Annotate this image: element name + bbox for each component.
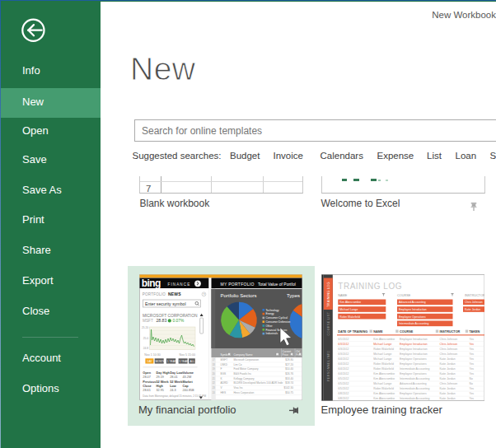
svg-text:Employee Introduction: Employee Introduction: [400, 343, 428, 346]
svg-text:Employee Operations: Employee Operations: [400, 372, 427, 376]
svg-text:$10.40: $10.40: [285, 367, 293, 371]
svg-text:Nov 1 10:30: Nov 1 10:30: [144, 353, 160, 357]
svg-text:Chris Johnson: Chris Johnson: [439, 382, 457, 385]
svg-text:?: ?: [203, 293, 204, 296]
svg-text:Katie Jordan: Katie Jordan: [439, 387, 455, 390]
svg-text:$26.76: $26.76: [285, 372, 293, 376]
svg-text:Low: Low: [170, 385, 176, 388]
svg-text:TRAINING LOG: TRAINING LOG: [327, 282, 330, 307]
svg-text:$28.80: $28.80: [285, 358, 293, 362]
svg-text:bing: bing: [142, 278, 161, 289]
svg-text:Robin Wakefield: Robin Wakefield: [339, 315, 360, 319]
svg-text:High: High: [156, 385, 163, 388]
svg-text:DAY: DAY: [147, 360, 152, 363]
svg-text:No: No: [469, 382, 472, 385]
svg-text:DATE OF TRAINING: DATE OF TRAINING: [338, 330, 367, 334]
svg-text:Employee Operations: Employee Operations: [400, 362, 427, 366]
svg-text:Chris Johnson: Chris Johnson: [439, 338, 457, 341]
svg-text:28.83: 28.83: [156, 318, 166, 323]
svg-text:25.0: 25.0: [143, 337, 148, 340]
svg-text:Yes: Yes: [469, 343, 474, 346]
svg-text:Technology: Technology: [266, 309, 280, 312]
svg-text:Types: Types: [287, 293, 300, 298]
svg-text:Yes: Yes: [469, 338, 474, 341]
svg-text:Microsoft Corporation: Microsoft Corporation: [234, 358, 260, 362]
svg-text:Intermediate Accounting: Intermediate Accounting: [400, 397, 429, 400]
svg-text:Previous: Previous: [143, 380, 156, 384]
svg-text:Employee Operations: Employee Operations: [399, 315, 426, 319]
svg-text:52 Week: 52 Week: [170, 380, 183, 384]
svg-text:Katie Jordan: Katie Jordan: [439, 357, 455, 361]
svg-text:Intermediate Accounting: Intermediate Accounting: [400, 367, 429, 371]
svg-text:Intermediate Accounting: Intermediate Accounting: [400, 377, 429, 380]
svg-text:HES: HES: [221, 391, 227, 394]
svg-text:6/4/2012: 6/4/2012: [338, 372, 349, 376]
svg-text:Enter security symbol: Enter security symbol: [145, 301, 186, 306]
svg-text:Yes: Yes: [469, 387, 474, 390]
svg-text:MICROSOFT CORPORATION: MICROSOFT CORPORATION: [143, 314, 198, 318]
svg-text:Yes: Yes: [469, 397, 474, 400]
svg-text:Chris Johnson: Chris Johnson: [439, 348, 457, 351]
svg-text:LNKD: LNKD: [221, 363, 228, 366]
svg-text:Katie Jordan: Katie Jordan: [439, 362, 455, 366]
svg-text:6/8/2012: 6/8/2012: [338, 392, 349, 395]
svg-text:25.20: 25.20: [142, 326, 148, 329]
svg-text:$53.40: $53.40: [285, 377, 293, 380]
svg-text:Robin Wakefield: Robin Wakefield: [373, 362, 394, 366]
svg-text:Intermediate Accounting: Intermediate Accounting: [400, 387, 429, 390]
svg-text:Michael Lange: Michael Lange: [373, 343, 391, 346]
svg-text:ALL: ALL: [190, 360, 195, 363]
svg-text:Other: Other: [266, 324, 274, 328]
svg-text:24.8: 24.8: [143, 347, 148, 350]
svg-text:TRAINING LOG: TRAINING LOG: [338, 282, 402, 291]
svg-text:Employee Operations: Employee Operations: [400, 392, 427, 395]
svg-text:Lim Co: Lim Co: [234, 363, 242, 366]
svg-text:Consumer Defensive: Consumer Defensive: [266, 320, 291, 324]
svg-text:PORTFOLIO: PORTFOLIO: [143, 292, 166, 296]
svg-text:28.07: 28.07: [143, 376, 151, 379]
svg-text:Katie Jordan: Katie Jordan: [465, 308, 480, 311]
svg-text:Chris Johnson: Chris Johnson: [465, 301, 483, 304]
svg-text:Ford Motor Company: Ford Motor Company: [234, 367, 260, 371]
svg-text:6/4/2012: 6/4/2012: [338, 362, 349, 366]
svg-text:28.61: 28.61: [143, 389, 151, 392]
svg-text:Michael Lange: Michael Lange: [373, 382, 391, 385]
svg-text:6/8/2012: 6/8/2012: [338, 397, 349, 400]
svg-text:Advanced Accounting: Advanced Accounting: [400, 382, 427, 385]
svg-text:BLDRS Developed Markets 100 AD: BLDRS Developed Markets 100 ADR Inde: [234, 381, 283, 385]
svg-text:B&G Foods Inc: B&G Foods Inc: [234, 372, 252, 376]
svg-text:COURSE: COURSE: [397, 294, 411, 297]
svg-text:$27.20: $27.20: [285, 363, 293, 366]
svg-text:Katie Jordan: Katie Jordan: [439, 367, 455, 371]
svg-text:Michael Lange: Michael Lange: [339, 308, 358, 311]
svg-text:Kim Abercrombie: Kim Abercrombie: [373, 397, 395, 400]
svg-text:Yes: Yes: [469, 357, 474, 361]
svg-text:Advanced Accounting: Advanced Accounting: [399, 301, 426, 304]
svg-text:1 YEAR: 1 YEAR: [167, 360, 177, 363]
svg-text:Chris Johnson: Chris Johnson: [439, 343, 457, 346]
svg-text:COURSE LIST: COURSE LIST: [327, 312, 330, 336]
svg-text:PERSONNEL INFO: PERSONNEL INFO: [327, 350, 330, 381]
svg-text:MSFT: MSFT: [143, 319, 153, 323]
svg-text:Hess Corporation: Hess Corporation: [234, 391, 255, 394]
svg-text:$18.74: $18.74: [285, 381, 293, 385]
svg-text:Employee Introduction: Employee Introduction: [400, 348, 428, 351]
svg-text:Intermediate Accounting: Intermediate Accounting: [399, 322, 428, 325]
svg-text:32.95: 32.95: [156, 389, 164, 392]
svg-text:Data from Morningstar, delayed: Data from Morningstar, delayed 15 minute…: [143, 394, 206, 398]
svg-text:Kim Abercrombie: Kim Abercrombie: [373, 392, 395, 395]
svg-text:FINANCE: FINANCE: [168, 282, 191, 287]
svg-text:28.01: 28.01: [170, 376, 178, 379]
svg-text:6/3/2012: 6/3/2012: [338, 348, 349, 351]
svg-text:Chris Johnson: Chris Johnson: [439, 352, 457, 356]
svg-text:Kim Abercrombie: Kim Abercrombie: [373, 377, 395, 380]
svg-text:$50.75: $50.75: [285, 391, 293, 394]
svg-text:Day High: Day High: [156, 371, 170, 375]
svg-text:Katie Jordan: Katie Jordan: [439, 377, 455, 380]
svg-text:Yes: Yes: [469, 352, 474, 356]
svg-text:Nov 5 15:00: Nov 5 15:00: [180, 353, 195, 357]
svg-text:24.3: 24.3: [170, 389, 175, 392]
svg-text:6/5/2012: 6/5/2012: [338, 387, 349, 390]
svg-text:Employee Introduction: Employee Introduction: [399, 308, 427, 311]
svg-text:Volume: Volume: [183, 371, 194, 375]
